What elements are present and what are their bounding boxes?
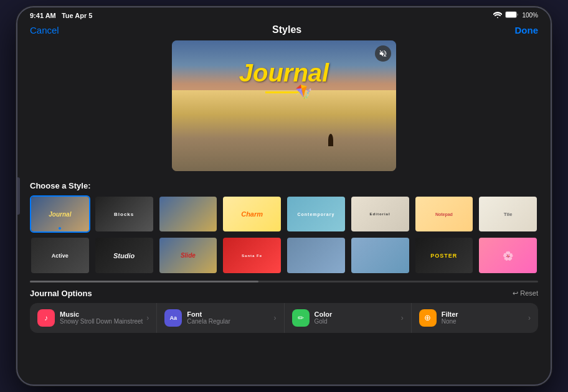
progress-bar-fill bbox=[30, 281, 258, 282]
wifi-icon bbox=[493, 12, 502, 19]
filter-chevron: › bbox=[528, 314, 531, 322]
style-label-slide: Slide bbox=[181, 252, 196, 259]
filter-value: None bbox=[442, 318, 526, 325]
style-thumb-poster[interactable]: POSTER bbox=[414, 236, 475, 274]
preview-container: Journal 🪁 bbox=[17, 40, 551, 179]
font-option-text: Font Canela Regular bbox=[187, 310, 271, 325]
progress-bar-container bbox=[30, 281, 538, 282]
style-chooser-label: Choose a Style: bbox=[30, 181, 538, 190]
reset-button[interactable]: ↩ Reset bbox=[513, 289, 538, 297]
status-right: 100% bbox=[493, 11, 538, 19]
font-icon: Aa bbox=[164, 309, 182, 327]
style-thumb-active[interactable]: Active bbox=[30, 236, 90, 274]
style-label-active: Active bbox=[52, 253, 69, 259]
style-chooser: Choose a Style: Journal Blocks bbox=[17, 179, 551, 278]
journal-options: Journal Options ↩ Reset ♪ Music Snowy St… bbox=[17, 284, 551, 337]
style-label-poster: POSTER bbox=[430, 253, 457, 259]
style-thumb-generic1[interactable] bbox=[158, 195, 219, 233]
mute-icon bbox=[379, 49, 387, 58]
style-label-tile: Tile bbox=[504, 212, 513, 217]
color-chevron: › bbox=[401, 314, 404, 322]
style-thumb-charm[interactable]: Charm bbox=[222, 195, 282, 233]
color-icon-glyph: ✏ bbox=[298, 314, 304, 322]
preview-video: Journal 🪁 bbox=[172, 40, 396, 171]
style-thumb-editorial[interactable]: Editorial bbox=[350, 195, 410, 233]
style-thumb-generic3[interactable] bbox=[350, 236, 410, 274]
nav-title: Styles bbox=[272, 24, 301, 35]
done-button[interactable]: Done bbox=[515, 25, 539, 35]
options-title: Journal Options bbox=[30, 289, 92, 298]
style-label-editorial: Editorial bbox=[370, 212, 391, 216]
preview-kite: 🪁 bbox=[295, 84, 314, 100]
filter-label: Filter bbox=[442, 310, 526, 318]
battery-percent: 100% bbox=[522, 12, 538, 19]
style-label-blocks: Blocks bbox=[114, 212, 134, 217]
style-label-studio: Studio bbox=[113, 252, 135, 259]
font-label: Font bbox=[187, 310, 271, 318]
music-icon-glyph: ♪ bbox=[44, 314, 48, 322]
color-icon: ✏ bbox=[292, 309, 310, 327]
preview-scene bbox=[172, 90, 396, 171]
preview-title: Journal bbox=[239, 59, 329, 87]
music-option[interactable]: ♪ Music Snowy Stroll Down Mainstreet › bbox=[30, 303, 157, 333]
filter-option[interactable]: ⊕ Filter None › bbox=[412, 303, 538, 333]
music-icon: ♪ bbox=[37, 309, 55, 327]
color-option[interactable]: ✏ Color Gold › bbox=[285, 303, 412, 333]
options-row: ♪ Music Snowy Stroll Down Mainstreet › A… bbox=[30, 303, 538, 333]
options-header: Journal Options ↩ Reset bbox=[30, 289, 538, 298]
filter-option-text: Filter None bbox=[442, 310, 526, 325]
music-chevron: › bbox=[146, 314, 149, 322]
style-thumb-notepad[interactable]: Notepad bbox=[414, 195, 475, 233]
style-label-flower: 🌸 bbox=[503, 251, 513, 261]
selected-indicator bbox=[59, 227, 61, 230]
style-thumb-blocks[interactable]: Blocks bbox=[94, 195, 154, 233]
font-chevron: › bbox=[274, 314, 277, 322]
style-thumb-santafe[interactable]: Santa Fe bbox=[222, 236, 282, 274]
filter-icon-glyph: ⊕ bbox=[424, 313, 431, 322]
cancel-button[interactable]: Cancel bbox=[30, 25, 59, 35]
mute-button[interactable] bbox=[375, 45, 391, 62]
style-label-santafe: Santa Fe bbox=[242, 254, 262, 258]
date: Tue Apr 5 bbox=[62, 12, 93, 19]
style-label-charm: Charm bbox=[241, 210, 263, 218]
navigation-bar: Cancel Styles Done bbox=[17, 22, 551, 40]
color-value: Gold bbox=[315, 318, 399, 325]
preview-figure bbox=[328, 134, 333, 146]
style-thumb-journal[interactable]: Journal bbox=[30, 195, 90, 233]
time: 9:41 AM bbox=[30, 12, 56, 19]
font-icon-glyph: Aa bbox=[169, 315, 177, 321]
music-option-text: Music Snowy Stroll Down Mainstreet bbox=[60, 310, 144, 325]
music-label: Music bbox=[60, 310, 144, 318]
color-option-text: Color Gold bbox=[315, 310, 399, 325]
font-option[interactable]: Aa Font Canela Regular › bbox=[157, 303, 284, 333]
style-thumb-slide[interactable]: Slide bbox=[158, 236, 219, 274]
music-value: Snowy Stroll Down Mainstreet bbox=[60, 318, 144, 325]
style-label-journal: Journal bbox=[49, 211, 71, 218]
device-frame: 9:41 AM Tue Apr 5 bbox=[16, 6, 552, 386]
screen: 9:41 AM Tue Apr 5 bbox=[17, 7, 551, 385]
battery-icon bbox=[505, 11, 519, 19]
status-bar: 9:41 AM Tue Apr 5 bbox=[17, 7, 551, 22]
style-thumb-generic2[interactable] bbox=[286, 236, 346, 274]
svg-rect-1 bbox=[506, 12, 516, 17]
style-label-notepad: Notepad bbox=[435, 212, 453, 217]
font-value: Canela Regular bbox=[187, 318, 271, 325]
style-label-contemporary: Contemporary bbox=[297, 212, 334, 217]
style-thumb-flower[interactable]: 🌸 bbox=[478, 236, 538, 274]
style-thumb-tile[interactable]: Tile bbox=[478, 195, 538, 233]
style-grid-row2: Active Studio Slide Santa Fe bbox=[30, 236, 538, 274]
style-thumb-contemporary[interactable]: Contemporary bbox=[286, 195, 346, 233]
status-time: 9:41 AM Tue Apr 5 bbox=[30, 12, 92, 19]
color-label: Color bbox=[315, 310, 399, 318]
filter-icon: ⊕ bbox=[419, 309, 437, 327]
style-thumb-studio[interactable]: Studio bbox=[94, 236, 154, 274]
style-grid-row1: Journal Blocks Charm bbox=[30, 195, 538, 233]
